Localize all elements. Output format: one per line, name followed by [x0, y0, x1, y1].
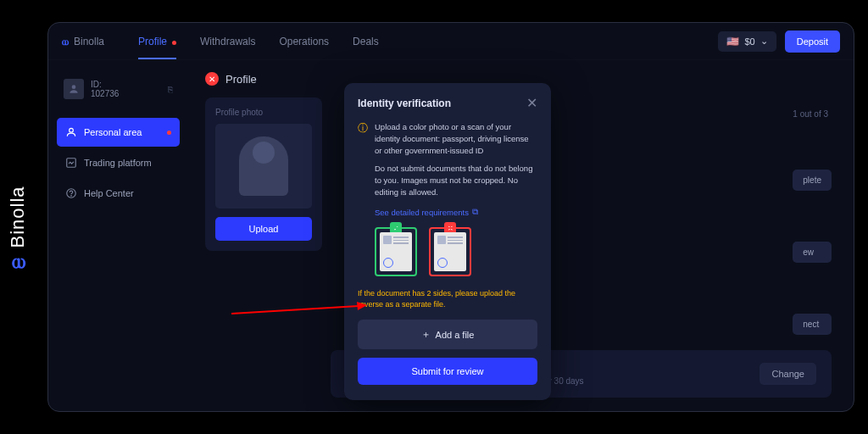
photo-placeholder [215, 124, 312, 209]
profile-photo-card: Profile photo Upload [205, 97, 322, 251]
upload-button[interactable]: Upload [215, 217, 312, 241]
verification-steps: 1 out of 3 plete ew nect [793, 109, 832, 335]
modal-info-1: Upload a color photo or a scan of your i… [375, 121, 537, 156]
balance-value: $0 [744, 36, 754, 47]
tab-profile[interactable]: Profile [138, 24, 176, 59]
error-badge-icon: ✕ [205, 72, 219, 86]
document-examples: ✓ ✕ [375, 227, 537, 276]
brand-label: Binolla [7, 186, 29, 248]
flag-icon: 🇺🇸 [726, 36, 739, 47]
identity-verification-modal: Identity verification ✕ ⓘ Upload a color… [344, 83, 551, 400]
svg-point-1 [70, 128, 74, 132]
brand-logo-icon: ⲱ [12, 249, 25, 273]
valid-doc-example [375, 227, 417, 276]
requirements-link[interactable]: See detailed requirements⧉ [375, 207, 478, 217]
svg-point-4 [71, 196, 72, 197]
modal-info-2: Do not submit documents that do not belo… [375, 163, 537, 198]
id-label: ID: [91, 80, 161, 89]
sidebar-item-label: Trading platform [84, 158, 152, 168]
step-button[interactable]: nect [793, 314, 832, 335]
avatar-icon [64, 79, 84, 99]
tab-deals[interactable]: Deals [353, 24, 379, 59]
id-value: 102736 [91, 89, 161, 98]
sidebar-item-help[interactable]: Help Center [57, 179, 180, 208]
step-button[interactable]: plete [793, 170, 832, 191]
nav-tabs: Profile Withdrawals Operations Deals [138, 24, 379, 59]
sidebar: ID:102736 ⎘ Personal area Trading platfo… [48, 60, 188, 411]
plus-icon: ＋ [421, 328, 431, 341]
two-sides-warning: If the document has 2 sides, please uplo… [358, 288, 537, 309]
submit-button[interactable]: Submit for review [358, 358, 537, 385]
step-counter: 1 out of 3 [793, 109, 828, 119]
tab-withdrawals[interactable]: Withdrawals [200, 24, 255, 59]
person-icon [65, 126, 77, 138]
modal-title: Identity verification [358, 97, 451, 109]
tab-operations[interactable]: Operations [279, 24, 329, 59]
alert-dot-icon [167, 131, 171, 135]
logo-icon: ⲱ [62, 36, 69, 47]
sidebar-item-label: Help Center [84, 188, 134, 198]
edit-icon[interactable]: ⎘ [168, 85, 173, 94]
topbar: ⲱ Binolla Profile Withdrawals Operations… [48, 23, 854, 60]
chart-icon [65, 157, 77, 169]
alert-dot-icon [172, 41, 176, 45]
info-icon: ⓘ [358, 121, 368, 156]
sidebar-item-trading[interactable]: Trading platform [57, 148, 180, 177]
invalid-doc-example [429, 227, 471, 276]
change-password-button[interactable]: Change [760, 363, 816, 385]
user-id-card: ID:102736 ⎘ [57, 72, 180, 106]
balance-selector[interactable]: 🇺🇸 $0 ⌄ [718, 31, 776, 52]
external-link-icon: ⧉ [472, 207, 478, 217]
app-logo[interactable]: ⲱ Binolla [62, 36, 104, 47]
chevron-down-icon: ⌄ [760, 36, 768, 47]
logo-text: Binolla [74, 36, 104, 47]
photo-label: Profile photo [215, 108, 312, 117]
step-button[interactable]: ew [793, 242, 832, 263]
deposit-button[interactable]: Deposit [785, 31, 840, 53]
sidebar-item-label: Personal area [84, 127, 142, 137]
sidebar-item-personal[interactable]: Personal area [57, 118, 180, 147]
help-icon [65, 187, 77, 199]
svg-point-0 [72, 85, 76, 89]
close-icon[interactable]: ✕ [526, 95, 537, 111]
add-file-button[interactable]: ＋Add a file [358, 320, 537, 349]
